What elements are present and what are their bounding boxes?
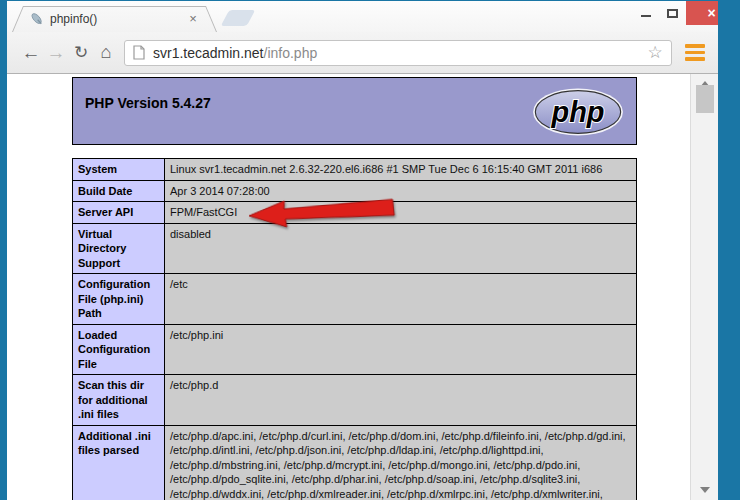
info-label: Loaded Configuration File	[73, 324, 165, 375]
menu-bar-icon	[685, 57, 705, 61]
info-table-body: System Linux svr1.tecadmin.net 2.6.32-22…	[73, 159, 637, 500]
window-frame-right	[718, 1, 740, 500]
table-row: Additional .ini files parsed /etc/php.d/…	[73, 425, 637, 500]
back-button[interactable]: ←	[19, 40, 43, 66]
tab-close-button[interactable]: ×	[185, 11, 201, 27]
window-frame-left	[0, 1, 7, 500]
table-row: System Linux svr1.tecadmin.net 2.6.32-22…	[73, 159, 637, 181]
tab-favicon-icon	[30, 12, 44, 26]
info-value: /etc/php.ini	[165, 324, 637, 375]
forward-button[interactable]: →	[44, 40, 68, 66]
table-row: Server API FPM/FastCGI	[73, 202, 637, 224]
reload-button[interactable]: ↻	[69, 40, 93, 66]
minimize-button[interactable]	[632, 1, 659, 23]
php-version-title: PHP Version 5.4.27	[85, 95, 211, 111]
phpinfo-table: System Linux svr1.tecadmin.net 2.6.32-22…	[72, 158, 637, 500]
menu-bar-icon	[685, 51, 705, 55]
url-text: svr1.tecadmin.net/info.php	[153, 45, 645, 61]
maximize-icon	[667, 9, 678, 18]
tab-phpinfo[interactable]: phpinfo() ×	[12, 6, 217, 32]
php-logo: php	[532, 88, 624, 136]
table-row: Scan this dir for additional .ini files …	[73, 375, 637, 426]
phpinfo-header: PHP Version 5.4.27 php	[72, 77, 637, 145]
bookmark-star-button[interactable]: ☆	[645, 42, 665, 63]
table-row: Virtual Directory Support disabled	[73, 223, 637, 274]
info-label: Virtual Directory Support	[73, 223, 165, 274]
info-value: Linux svr1.tecadmin.net 2.6.32-220.el6.i…	[165, 159, 637, 181]
menu-bar-icon	[685, 44, 705, 48]
info-value: /etc/php.d/apc.ini, /etc/php.d/curl.ini,…	[165, 425, 637, 500]
table-row: Configuration File (php.ini) Path /etc	[73, 274, 637, 325]
minimize-icon	[641, 15, 651, 17]
vertical-scrollbar[interactable]	[690, 74, 718, 500]
browser-window: phpinfo() × × ← → ↻ ⌂ svr1.tecadmin.net/…	[0, 0, 740, 500]
info-label: Scan this dir for additional .ini files	[73, 375, 165, 426]
phpinfo-report: PHP Version 5.4.27 php System Linux svr1…	[72, 77, 637, 500]
url-host: svr1.tecadmin.net	[153, 45, 264, 61]
info-value: /etc/php.d	[165, 375, 637, 426]
info-label: Server API	[73, 202, 165, 224]
tab-title: phpinfo()	[50, 12, 185, 26]
scrollbar-thumb[interactable]	[696, 85, 714, 113]
chrome-menu-button[interactable]	[680, 40, 710, 66]
page-content: PHP Version 5.4.27 php System Linux svr1…	[7, 74, 690, 500]
browser-toolbar: ← → ↻ ⌂ svr1.tecadmin.net/info.php ☆	[7, 32, 718, 74]
table-row: Loaded Configuration File /etc/php.ini	[73, 324, 637, 375]
info-label: Additional .ini files parsed	[73, 425, 165, 500]
info-label: System	[73, 159, 165, 181]
maximize-button[interactable]	[659, 1, 686, 23]
table-row: Build Date Apr 3 2014 07:28:00	[73, 180, 637, 202]
info-label: Configuration File (php.ini) Path	[73, 274, 165, 325]
info-value: Apr 3 2014 07:28:00	[165, 180, 637, 202]
titlebar: phpinfo() × ×	[7, 1, 718, 32]
url-path: /info.php	[264, 45, 318, 61]
home-button[interactable]: ⌂	[94, 40, 118, 66]
svg-text:php: php	[550, 96, 604, 128]
info-label: Build Date	[73, 180, 165, 202]
url-bar[interactable]: svr1.tecadmin.net/info.php ☆	[124, 40, 672, 66]
info-value: /etc	[165, 274, 637, 325]
info-value: disabled	[165, 223, 637, 274]
page-icon	[133, 45, 145, 60]
scrollbar-down-button[interactable]	[700, 487, 710, 493]
new-tab-button[interactable]	[221, 10, 256, 26]
info-value: FPM/FastCGI	[165, 202, 637, 224]
